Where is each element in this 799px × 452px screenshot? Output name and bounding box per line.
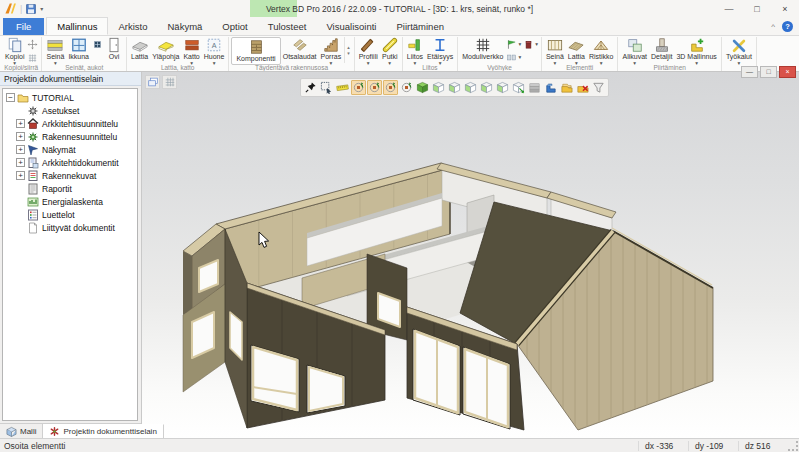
viewtool-view-front[interactable] — [431, 80, 446, 95]
ribbon-button-3d-mallinnus[interactable]: 3D Mallinnus▾ — [674, 37, 718, 65]
viewtool-pin[interactable] — [303, 80, 318, 95]
tab-visualisointi[interactable]: Visualisointi — [316, 17, 386, 35]
ribbon-small-flaggreen[interactable]: ▾ — [506, 38, 521, 50]
ribbon-button-detaljit[interactable]: Detaljit — [649, 37, 674, 61]
save-button[interactable] — [25, 3, 37, 15]
tree-item-label: Luettelot — [42, 210, 75, 220]
viewtool-filter[interactable] — [591, 80, 606, 95]
viewtool-orbit-continuous[interactable] — [399, 80, 414, 95]
close-window-button[interactable]: × — [771, 0, 799, 17]
ribbon-small-move[interactable] — [27, 38, 38, 50]
ribbon-button-otsalaudat[interactable]: Otsalaudat — [281, 37, 319, 61]
viewport-view-grid[interactable] — [162, 75, 177, 89]
ribbon-button-sein[interactable]: Seinä▾ — [44, 37, 66, 65]
ribbon-button-kopioi[interactable]: Kopioi▾ — [3, 37, 26, 65]
maximize-window-button[interactable]: □ — [743, 0, 771, 17]
ribbon-button-putki[interactable]: Putki▾ — [380, 37, 400, 65]
tree-item-rakennesuunnittelu[interactable]: +Rakennesuunnittelu — [3, 130, 137, 143]
resize-grip[interactable] — [788, 441, 798, 451]
tree-item-rakennekuvat[interactable]: +Rakennekuvat — [3, 169, 137, 182]
qat-dropdown-icon[interactable]: ▾ — [40, 5, 43, 12]
tree-expander-icon[interactable]: + — [16, 158, 25, 167]
ribbon-button-ovi[interactable]: Ovi — [104, 37, 124, 61]
ribbon-small-blockred[interactable]: ▾ — [523, 38, 538, 50]
panel-tab-malli[interactable]: Malli — [0, 424, 43, 438]
viewtool-measure[interactable] — [335, 80, 350, 95]
viewtool-orbit-horizontal[interactable] — [367, 80, 382, 95]
3d-model[interactable] — [142, 72, 799, 438]
ribbon-button-komponentti[interactable]: Komponentti — [231, 37, 280, 65]
ribbon-button-ikkuna[interactable]: Ikkuna — [66, 37, 91, 61]
panel-tab-projektin-dokumenttiselain[interactable]: Projektin dokumenttiselain — [43, 424, 163, 438]
minimize-window-button[interactable]: — — [715, 0, 743, 17]
tab-tulosteet[interactable]: Tulosteet — [258, 17, 317, 35]
tree-item-n-kym-t[interactable]: +Näkymät — [3, 143, 137, 156]
tree-item-raportit[interactable]: Raportit — [3, 182, 137, 195]
view-left-icon — [464, 81, 477, 94]
gallery-scroll[interactable]: ▴▾ — [344, 37, 352, 63]
viewtool-view-left[interactable] — [463, 80, 478, 95]
hide-layers-icon — [576, 81, 589, 94]
ribbon-small-gridsm[interactable] — [27, 51, 38, 63]
ribbon-button-porras[interactable]: Porras▾ — [319, 37, 344, 65]
doc-close-button[interactable]: × — [779, 66, 796, 78]
tree-item-arkkitehtidokumentit[interactable]: +Arkkitehtidokumentit — [3, 156, 137, 169]
tab-arkisto[interactable]: Arkisto — [108, 17, 157, 35]
filter-icon — [592, 81, 605, 94]
doc-restore-button[interactable]: □ — [760, 66, 777, 78]
ribbon-button-moduliverkko[interactable]: Moduliverkko — [460, 37, 505, 61]
tree-item-liittyv-t-dokumentit[interactable]: Liittyvät dokumentit — [3, 221, 137, 234]
ribbon-button-alikuvat[interactable]: Alikuvat▾ — [620, 37, 649, 65]
ribbon-button-lattia[interactable]: Lattia — [129, 37, 150, 61]
tree-item-tutorial[interactable]: −TUTORIAL — [3, 91, 137, 104]
viewtool-model-block[interactable] — [543, 80, 558, 95]
viewtool-show-layers[interactable] — [559, 80, 574, 95]
tree-expander-icon[interactable]: + — [16, 145, 25, 154]
3d-viewport[interactable] — [142, 72, 799, 438]
ribbon-small-zonesm[interactable]: ▾ — [506, 51, 521, 63]
ribbon-button-katto[interactable]: Katto▾ — [181, 37, 201, 65]
button-label: Ikkuna — [68, 53, 89, 61]
house-model[interactable] — [183, 163, 713, 437]
app-icon[interactable] — [4, 2, 17, 15]
ribbon-small-windowsm[interactable] — [92, 38, 103, 50]
viewtool-select-area[interactable] — [319, 80, 334, 95]
tree-expander-icon[interactable]: − — [6, 93, 15, 102]
tab-mallinnus[interactable]: Mallinnus — [46, 17, 108, 35]
ribbon-button-yl-pohja[interactable]: Yläpohja — [150, 37, 181, 61]
tree-spacer — [16, 210, 25, 219]
tree-item-luettelot[interactable]: Luettelot — [3, 208, 137, 221]
ribbon-button-lattia[interactable]: Lattia▾ — [566, 37, 587, 65]
tree-item-asetukset[interactable]: Asetukset — [3, 104, 137, 117]
tab-piirt-minen[interactable]: Piirtäminen — [386, 17, 454, 35]
ribbon-button-liitos[interactable]: Liitos▾ — [405, 37, 425, 65]
viewtool-view-top[interactable] — [495, 80, 510, 95]
viewtool-orbit-free[interactable] — [351, 80, 366, 95]
ribbon-button-huone[interactable]: AHuone▾ — [202, 37, 227, 65]
ribbon-collapse-icon[interactable]: ^ — [771, 22, 775, 31]
viewtool-layer-stack[interactable] — [527, 80, 542, 95]
ribbon-group-label: Elementti — [542, 64, 618, 71]
ribbon-button-sein[interactable]: Seinä▾ — [544, 37, 566, 65]
viewtool-shaded-view[interactable] — [415, 80, 430, 95]
doc-minimize-button[interactable]: — — [741, 66, 758, 78]
ribbon-button-ristikko[interactable]: Ristikko▾ — [587, 37, 616, 65]
ribbon-button-ty-kalut[interactable]: Työkalut▾ — [724, 37, 754, 65]
viewtool-hide-layers[interactable] — [575, 80, 590, 95]
help-icon[interactable]: ? — [782, 21, 793, 32]
tree-item-arkkitehtisuunnittelu[interactable]: +Arkkitehtisuunnittelu — [3, 117, 137, 130]
tree-expander-icon[interactable]: + — [16, 119, 25, 128]
ribbon-button-profiili[interactable]: Profiili▾ — [357, 37, 380, 65]
tab-n-kym[interactable]: Näkymä — [158, 17, 213, 35]
tree-expander-icon[interactable]: + — [16, 171, 25, 180]
viewtool-view-back[interactable] — [447, 80, 462, 95]
tab-file[interactable]: File — [3, 18, 44, 35]
viewport-new-view-window[interactable] — [145, 75, 160, 89]
ribbon-button-et-isyys[interactable]: Etäisyys▾ — [425, 37, 455, 65]
tree-item-energialaskenta[interactable]: Energialaskenta — [3, 195, 137, 208]
tree-expander-icon[interactable]: + — [16, 132, 25, 141]
viewtool-view-right[interactable] — [479, 80, 494, 95]
viewtool-view-isometric[interactable] — [511, 80, 526, 95]
tab-optiot[interactable]: Optiot — [212, 17, 257, 35]
viewtool-orbit-vertical[interactable] — [383, 80, 398, 95]
